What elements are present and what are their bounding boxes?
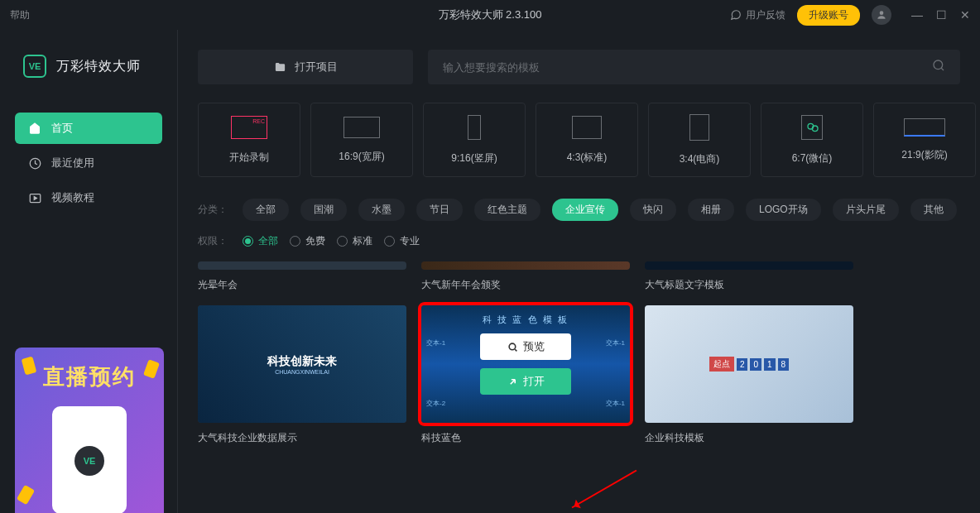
video-icon — [28, 191, 41, 204]
chip-kuaishan[interactable]: 快闪 — [630, 199, 676, 221]
perm-pro[interactable]: 专业 — [384, 234, 420, 248]
template-title: 光晕年会 — [198, 278, 406, 292]
promo-title: 直播预约 — [15, 348, 164, 391]
template-thumb[interactable]: 起点 2 0 1 8 — [645, 305, 853, 423]
chip-logo[interactable]: LOGO开场 — [746, 199, 821, 221]
promo-badge: VE — [74, 446, 104, 476]
search-input[interactable] — [443, 61, 932, 74]
template-title: 科技蓝色 — [421, 431, 630, 445]
arrow-icon — [507, 376, 518, 387]
maximize-button[interactable]: ☐ — [936, 8, 947, 22]
search-icon[interactable] — [932, 59, 945, 75]
ratio-record[interactable]: REC 开始录制 — [198, 103, 300, 177]
avatar[interactable] — [872, 5, 891, 25]
ratio-6-7[interactable]: 6:7(微信) — [761, 103, 863, 177]
template-title: 大气标题文字模板 — [645, 278, 853, 292]
chip-qiye[interactable]: 企业宣传 — [552, 199, 618, 221]
template-thumb[interactable] — [198, 261, 406, 270]
chip-jieri[interactable]: 节日 — [416, 199, 463, 221]
promo-banner[interactable]: 直播预约 VE — [15, 348, 164, 513]
home-icon — [28, 122, 41, 135]
category-label: 分类： — [198, 203, 228, 217]
svg-point-6 — [509, 343, 516, 350]
chip-all[interactable]: 全部 — [243, 199, 289, 221]
help-menu[interactable]: 帮助 — [10, 8, 30, 22]
template-title: 大气新年年会颁奖 — [421, 278, 630, 292]
nav-home[interactable]: 首页 — [15, 113, 162, 144]
chip-shuimo[interactable]: 水墨 — [358, 199, 405, 221]
template-thumb[interactable] — [645, 261, 853, 270]
ratio-21-9[interactable]: 21:9(影院) — [873, 103, 976, 177]
open-button[interactable]: 打开 — [480, 368, 571, 395]
svg-point-0 — [880, 11, 884, 15]
chip-xiangce[interactable]: 相册 — [688, 199, 734, 221]
template-thumb[interactable] — [421, 261, 630, 270]
template-title: 大气科技企业数据展示 — [198, 431, 406, 445]
minimize-button[interactable]: — — [911, 8, 923, 22]
open-project-button[interactable]: 打开项目 — [198, 50, 413, 84]
magnify-icon — [507, 342, 518, 352]
template-thumb-selected[interactable]: 科 技 蓝 色 模 板 交本-1 交本-1 交本-2 交本-1 预览 打开 — [421, 305, 630, 423]
nav-tutorial[interactable]: 视频教程 — [15, 182, 162, 213]
svg-point-3 — [934, 60, 943, 70]
chip-hongse[interactable]: 红色主题 — [474, 199, 540, 221]
chat-icon — [730, 9, 742, 21]
close-button[interactable]: ✕ — [960, 8, 970, 22]
clock-icon — [28, 156, 41, 170]
app-logo: VE 万彩特效大师 — [15, 55, 162, 78]
ratio-16-9[interactable]: 16:9(宽屏) — [310, 103, 413, 177]
preview-button[interactable]: 预览 — [480, 333, 571, 360]
perm-label: 权限： — [198, 234, 228, 248]
ratio-4-3[interactable]: 4:3(标准) — [536, 103, 638, 177]
window-title: 万彩特效大师 2.3.100 — [439, 7, 542, 22]
perm-free[interactable]: 免费 — [290, 234, 325, 248]
perm-standard[interactable]: 标准 — [337, 234, 372, 248]
chip-piantou[interactable]: 片头片尾 — [833, 199, 899, 221]
template-thumb[interactable]: 科技创新未来 CHUANGXINWEILAI — [198, 305, 406, 423]
nav-recent[interactable]: 最近使用 — [15, 147, 162, 179]
perm-all[interactable]: 全部 — [243, 234, 278, 248]
ratio-9-16[interactable]: 9:16(竖屏) — [423, 103, 526, 177]
template-title: 企业科技模板 — [645, 431, 853, 445]
chip-other[interactable]: 其他 — [910, 199, 957, 221]
svg-point-5 — [812, 126, 818, 132]
user-icon — [876, 9, 887, 21]
logo-text: 万彩特效大师 — [56, 58, 141, 75]
feedback-button[interactable]: 用户反馈 — [730, 8, 785, 22]
ratio-3-4[interactable]: 3:4(电商) — [648, 103, 751, 177]
upgrade-button[interactable]: 升级账号 — [797, 5, 860, 26]
folder-icon — [274, 61, 286, 74]
chip-guochao[interactable]: 国潮 — [300, 199, 347, 221]
search-box[interactable] — [428, 50, 960, 84]
logo-icon: VE — [23, 55, 46, 78]
